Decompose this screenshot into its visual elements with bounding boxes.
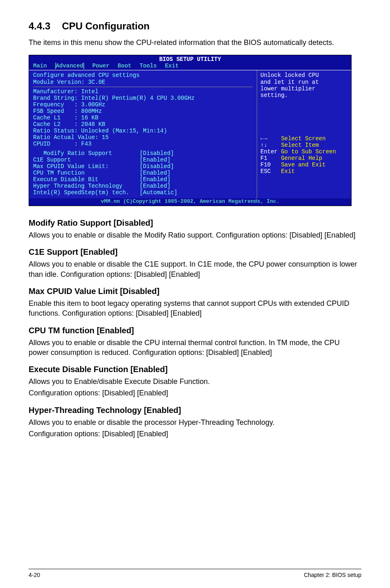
setting-row[interactable]: CPU TM function [Enabled] [33, 170, 253, 176]
section-title: CPU Configuration [62, 20, 150, 31]
bios-footer: vMM.nn (C)Copyright 1985-2002, American … [29, 198, 351, 206]
option-heading: Modify Ratio Support [Disabled] [29, 218, 361, 228]
spacer [260, 99, 348, 135]
bios-window: BIOS SETUP UTILITY Main Advanced Power B… [29, 55, 352, 206]
info-line: Brand String: Intel(R) Pentium(R) 4 CPU … [33, 95, 253, 101]
tab-advanced[interactable]: Advanced [55, 63, 84, 69]
key-hint: ←→ Select Screen [260, 135, 348, 142]
setting-row[interactable]: C1E Support [Enabled] [33, 157, 253, 163]
key-hint: F10 Save and Exit [260, 162, 348, 168]
help-line: setting. [260, 92, 348, 99]
info-line: Ratio Actual Value: 15 [33, 134, 253, 141]
setting-row[interactable]: Hyper Threading Technology [Enabled] [33, 183, 253, 189]
option-body: Allows you to enable or disable the proc… [29, 417, 361, 427]
help-line: lower multiplier [260, 85, 348, 92]
option-heading: CPU TM function [Enabled] [29, 326, 361, 335]
divider [33, 87, 253, 87]
info-line: CPUID : F43 [33, 141, 253, 147]
left-header-1: Configure advanced CPU settings [33, 72, 253, 79]
info-line: Cache L1 : 16 KB [33, 114, 253, 121]
info-line: Cache L2 : 2048 KB [33, 121, 253, 128]
option-body: Configuration options: [Disabled] [Enabl… [29, 429, 361, 439]
tab-exit[interactable]: Exit [165, 63, 179, 69]
option-body: Allows you to enable or disable the Modi… [29, 230, 361, 240]
option-body: Allows you to enable or disable the C1E … [29, 259, 361, 279]
help-line: Unlock locked CPU [260, 72, 348, 79]
option-heading: Hyper-Threading Technology [Enabled] [29, 406, 361, 415]
page-number: 4-20 [29, 572, 40, 578]
intro-text: The items in this menu show the CPU-rela… [29, 38, 361, 47]
footer-rule [29, 569, 361, 569]
bios-right-pane: Unlock locked CPU and let it run at lowe… [257, 70, 351, 198]
tab-boot[interactable]: Boot [118, 63, 132, 69]
chapter-label: Chapter 2: BIOS setup [304, 572, 361, 578]
key-hint: Enter Go to Sub Screen [260, 148, 348, 155]
option-heading: Execute Disable Function [Enabled] [29, 365, 361, 374]
section-number: 4.4.3 [29, 20, 50, 31]
bios-tabs: Main Advanced Power Boot Tools Exit [29, 63, 351, 70]
tab-main[interactable]: Main [33, 63, 47, 69]
bios-title: BIOS SETUP UTILITY [29, 55, 351, 63]
option-body: Enable this item to boot legacy operatin… [29, 298, 361, 319]
bios-left-pane: Configure advanced CPU settings Module V… [29, 70, 257, 198]
option-body: Configuration options: [Disabled] [Enabl… [29, 388, 361, 398]
key-hint: F1 General Help [260, 155, 348, 162]
setting-row[interactable]: Modify Ratio Support [Disabled] [33, 150, 253, 157]
setting-row[interactable]: Max CPUID Value Limit: [Disabled] [33, 163, 253, 170]
section-heading: 4.4.3CPU Configuration [29, 20, 361, 32]
tab-tools[interactable]: Tools [139, 63, 157, 69]
help-line: and let it run at [260, 79, 348, 85]
key-hint: ESC Exit [260, 168, 348, 175]
tab-power[interactable]: Power [92, 63, 110, 69]
option-heading: C1E Support [Enabled] [29, 247, 361, 257]
option-body: Allows you to enable or disable the CPU … [29, 338, 361, 358]
option-body: Allows you to Enable/disable Execute Dis… [29, 377, 361, 386]
left-header-2: Module Version: 3C.0E [33, 79, 253, 85]
setting-row[interactable]: Intel(R) SpeedStep(tm) tech. [Automatic] [33, 189, 253, 196]
setting-row[interactable]: Execute Disable Bit [Enabled] [33, 176, 253, 183]
info-line: Ratio Status: Unlocked (Max:15, Min:14) [33, 128, 253, 134]
option-heading: Max CPUID Value Limit [Disabled] [29, 287, 361, 296]
key-hint: ↑↓ Select Item [260, 142, 348, 148]
info-line: Frequency : 3.00GHz [33, 101, 253, 108]
page-footer: 4-20 Chapter 2: BIOS setup [29, 572, 361, 578]
info-line: FSB Speed : 800MHz [33, 108, 253, 114]
info-line: Manufacturer: Intel [33, 88, 253, 95]
